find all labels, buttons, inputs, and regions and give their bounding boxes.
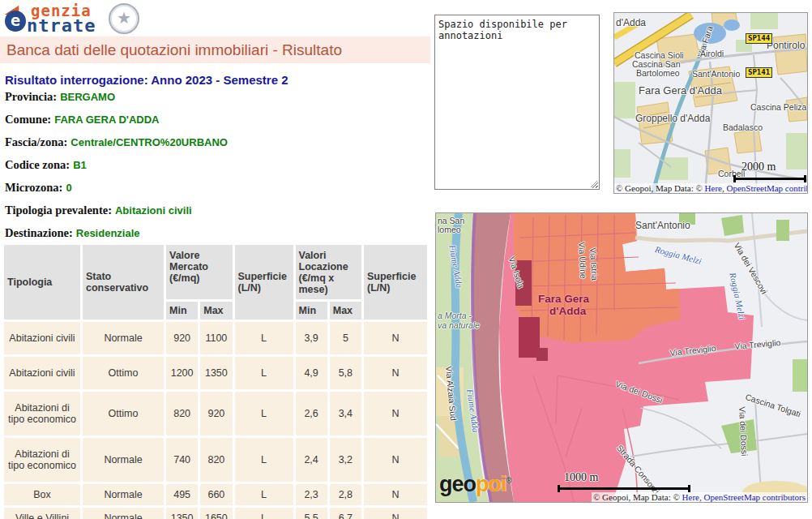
osm-link[interactable]: OpenStreetMap contributors: [726, 183, 808, 193]
field-microzona: Microzona:0: [5, 180, 426, 203]
annotations-textarea[interactable]: Spazio disponibile per annotazioni: [434, 15, 600, 190]
cell-vl-min: 5,5: [296, 508, 327, 519]
cell-vl-max: 3,2: [330, 438, 361, 482]
cell-stato: Normale: [83, 508, 164, 519]
cell-vl-min: 2,3: [296, 484, 327, 505]
table-row: Abitazioni civili Normale 920 1100 L 3,9…: [4, 322, 427, 354]
col-vm-min: Min: [166, 302, 198, 320]
geopoi-logo-reg: ®: [506, 476, 511, 485]
map-label: Airoldi: [700, 49, 724, 58]
cell-vm-min: 920: [166, 322, 198, 354]
cell-sup1: L: [235, 508, 293, 519]
cell-vm-min: 1350: [166, 508, 198, 519]
map-attribution: © Geopoi, Map Data: © Here, OpenStreetMa…: [614, 183, 808, 193]
map-label: Via Istria: [588, 247, 600, 281]
geopoi-logo: geopoi®: [439, 472, 511, 497]
cell-tipologia: Box: [4, 484, 80, 505]
cell-vl-min: 2,4: [296, 438, 327, 482]
road-badge-sp144: SP144: [746, 33, 772, 44]
scale-label: 2000 m: [741, 161, 776, 174]
field-label: Microzona:: [5, 181, 62, 194]
table-row: Abitazioni civili Ottimo 1200 1350 L 4,9…: [4, 357, 427, 389]
map-label: d'Adda: [549, 305, 586, 317]
result-heading: Risultato interrogazione: Anno 2023 - Se…: [5, 73, 288, 87]
map-label: Pontirolo: [767, 40, 805, 51]
map-attribution: © Geopoi, Map Data: © Here, OpenStreetMa…: [592, 492, 807, 502]
cell-sup1: L: [235, 438, 293, 482]
cell-vl-min: 3,9: [296, 322, 327, 354]
col-superficie-1: Superficie (L/N): [235, 245, 293, 320]
col-vl-min: Min: [296, 302, 327, 320]
map-label: Sant'Antonio: [635, 220, 690, 231]
map-label: Sant'Antonio: [692, 69, 740, 79]
cell-vm-min: 820: [166, 392, 198, 435]
cell-stato: Normale: [83, 438, 164, 482]
cell-stato: Normale: [83, 322, 164, 354]
cell-vl-max: 5: [330, 322, 361, 354]
cell-sup1: L: [235, 357, 293, 389]
map-label: a Morta -: [438, 311, 472, 320]
field-codice-zona: Codice zona:B1: [5, 157, 426, 180]
cell-tipologia: Ville e Villini: [4, 508, 80, 519]
col-valori-locazione: Valori Locazione (€/mq x mese): [296, 245, 362, 299]
here-link[interactable]: Here: [682, 492, 699, 502]
road-badge-sp141: SP141: [746, 67, 772, 78]
table-row: Abitazioni di tipo economico Normale 740…: [4, 438, 427, 482]
field-fascia-zona: Fascia/zona:Centrale/CENTRO%20URBANO: [5, 135, 426, 157]
page-title: Banca dati delle quotazioni immobiliari …: [0, 36, 430, 63]
scale-bar: [558, 485, 690, 492]
cell-vm-min: 1200: [166, 357, 198, 389]
cell-sup2: N: [364, 322, 427, 354]
map-label: Bartolomeo: [636, 68, 680, 78]
cell-vl-max: 5,8: [330, 357, 361, 389]
col-tipologia: Tipologia: [4, 245, 80, 320]
field-value: Centrale/CENTRO%20URBANO: [67, 136, 228, 148]
field-label: Fascia/zona:: [5, 135, 67, 148]
field-label: Provincia:: [5, 90, 57, 103]
cell-vm-max: 920: [200, 392, 232, 435]
map-label: Groppello d'Adda: [635, 113, 710, 124]
osm-link[interactable]: OpenStreetMap contributors: [703, 492, 806, 502]
scale-label: 1000 m: [564, 471, 598, 484]
cell-vm-max: 1350: [200, 357, 232, 389]
logo-e-shape: e: [5, 11, 26, 32]
field-tipologia-prevalente: Tipologia prevalente:Abitazioni civili: [5, 203, 426, 225]
cell-vm-max: 660: [200, 484, 232, 505]
map-label: d'Adda: [616, 17, 646, 28]
cell-sup1: L: [235, 484, 293, 505]
field-label: Tipologia prevalente:: [5, 204, 112, 217]
result-fields: Provincia:BERGAMO Comune:FARA GERA D'ADD…: [5, 89, 426, 248]
agenzia-entrate-logo: e genzia ntrate ★: [5, 2, 167, 35]
cell-sup1: L: [235, 392, 293, 435]
map-label: Cascina Peliza: [750, 102, 806, 112]
italy-emblem-icon: ★: [109, 3, 139, 34]
zone-map[interactable]: na San lomeo Fiume Adda a Morta - va nat…: [435, 212, 808, 503]
table-row: Ville e Villini Normale 1350 1650 L 5,5 …: [4, 508, 427, 519]
cell-sup1: L: [235, 322, 293, 354]
cell-sup2: N: [364, 392, 427, 435]
field-value: FARA GERA D'ADDA: [51, 114, 159, 126]
cell-vm-min: 495: [166, 484, 198, 505]
zone-map-graphics: [436, 213, 807, 502]
cell-vl-max: 3,4: [330, 392, 361, 435]
cell-vm-min: 740: [166, 438, 198, 482]
map-label: lomeo: [438, 225, 461, 234]
table-row: Box Normale 495 660 L 2,3 2,8 N: [4, 484, 427, 505]
overview-map[interactable]: d'Adda Cascina Sioli Cascina San Bartolo…: [613, 12, 808, 194]
cell-vm-max: 1100: [200, 322, 232, 354]
col-vm-max: Max: [200, 302, 232, 320]
quotations-table: Tipologia Stato conservativo Valore Merc…: [2, 242, 430, 519]
cell-sup2: N: [364, 357, 427, 389]
field-value: 0: [62, 182, 71, 194]
cell-sup2: N: [364, 438, 427, 482]
here-link[interactable]: Here: [705, 183, 722, 193]
field-label: Comune:: [5, 113, 51, 126]
logo-word-ntrate: ntrate: [27, 15, 96, 36]
field-value: B1: [70, 159, 87, 171]
attribution-text: © Geopoi, Map Data: ©: [616, 183, 705, 193]
cell-vl-min: 2,6: [296, 392, 327, 435]
col-valore-mercato: Valore Mercato (€/mq): [166, 245, 233, 299]
cell-stato: Ottimo: [83, 357, 164, 389]
field-value: BERGAMO: [57, 91, 115, 103]
cell-sup2: N: [364, 484, 427, 505]
